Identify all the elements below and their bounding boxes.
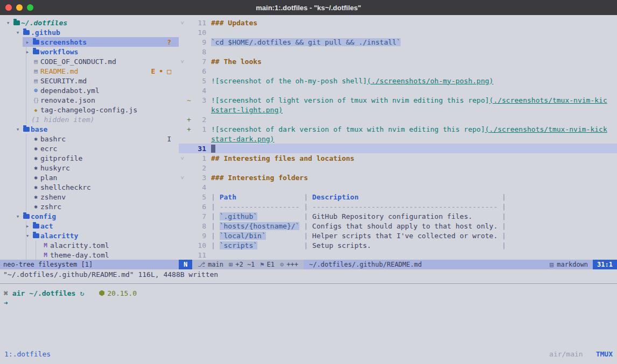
- close-button[interactable]: [5, 4, 12, 11]
- editor-line[interactable]: 6: [179, 66, 617, 76]
- title-bar[interactable]: main:1:.dotfiles - "ks~/.dotfiles": [0, 0, 617, 15]
- syntax-segment: start-dark.png): [211, 135, 274, 143]
- tree-item[interactable]: ▾.github: [0, 27, 179, 37]
- tree-item[interactable]: ▸screenshots?: [0, 37, 179, 47]
- editor-buffer: ˅11### Updates109`cd $HOME/.dotfiles && …: [179, 15, 617, 260]
- tree-item[interactable]: ✱gitprofile: [0, 153, 179, 163]
- tree-item[interactable]: ▾base: [0, 124, 179, 134]
- line-text: ![screenshot of light version of tmux wi…: [206, 96, 607, 104]
- neotree-statusline: neo-tree filesystem [1]: [0, 260, 179, 269]
- command-line[interactable]: "~/.dotfiles/.github/README.md" 116L, 44…: [0, 269, 617, 279]
- tree-item[interactable]: ✱zshenv: [0, 192, 179, 202]
- tree-item[interactable]: ▾alacritty: [0, 231, 179, 240]
- tree-item[interactable]: (1 hidden item): [0, 115, 179, 124]
- editor-line[interactable]: ˅11### Updates: [179, 18, 617, 27]
- git-branch[interactable]: ⎇ main: [198, 261, 223, 268]
- status-row: neo-tree filesystem [1] N ⎇ main ⊞ +2 ~1…: [0, 260, 617, 269]
- zoom-button[interactable]: [27, 4, 33, 11]
- fold-icon[interactable]: ˅: [179, 19, 186, 26]
- syntax-segment: |: [299, 203, 312, 211]
- syntax-segment: ----------------------------------------…: [312, 203, 497, 211]
- tree-item-label: README.md: [40, 67, 78, 75]
- tree-item[interactable]: ⊚dependabot.yml: [0, 85, 179, 95]
- tree-item-label: plan: [40, 174, 57, 182]
- tree-item[interactable]: ✱huskyrc: [0, 163, 179, 173]
- folder-icon: [22, 214, 31, 219]
- editor-line[interactable]: ˅3### Interesting folders: [179, 173, 617, 182]
- editor-line[interactable]: 8: [179, 47, 617, 56]
- tree-item[interactable]: Malacritty.toml: [0, 240, 179, 250]
- line-number: 3: [192, 174, 206, 182]
- line-number: 5: [192, 77, 206, 85]
- line-text: | `local/bin` | Helper scripts that I've…: [206, 232, 506, 240]
- yml-file-icon: ⊚: [31, 87, 40, 94]
- editor-line[interactable]: 4: [179, 182, 617, 192]
- editor-line[interactable]: 5| Path | Description |: [179, 192, 617, 202]
- tree-item[interactable]: ✱ecrc: [0, 144, 179, 153]
- fold-icon[interactable]: ˅: [179, 58, 186, 65]
- fold-icon[interactable]: ˅: [179, 155, 186, 162]
- editor-line[interactable]: 10: [179, 27, 617, 37]
- editor-line[interactable]: 2: [179, 163, 617, 173]
- chevron-down-icon[interactable]: ▾: [14, 29, 22, 36]
- editor-line[interactable]: ˅1## Interesting files and locations: [179, 153, 617, 163]
- tree-item[interactable]: {}renovate.json: [0, 95, 179, 105]
- editor-line[interactable]: 8| `hosts/{hostname}/` | Configs that sh…: [179, 221, 617, 231]
- extra-text: +++: [286, 261, 298, 268]
- editor-line[interactable]: 4: [179, 85, 617, 95]
- tree-item[interactable]: ▤CODE_OF_CONDUCT.md: [0, 56, 179, 66]
- window-controls: [5, 4, 33, 11]
- tree-item[interactable]: ▸workflows: [0, 47, 179, 56]
- editor-line[interactable]: +2: [179, 115, 617, 124]
- editor-line[interactable]: ˅7## The looks: [179, 56, 617, 66]
- tree-item[interactable]: ✱plan: [0, 173, 179, 182]
- diagnostics[interactable]: ⚑ E1: [260, 261, 275, 268]
- editor-line[interactable]: 9`cd $HOME/.dotfiles && git pull && ./in…: [179, 37, 617, 47]
- fold-icon[interactable]: ˅: [179, 174, 186, 181]
- folder-shape: [23, 127, 30, 132]
- tree-item[interactable]: ✱zshrc: [0, 202, 179, 211]
- editor-line[interactable]: kstart-light.png): [179, 105, 617, 115]
- tree-item[interactable]: ▤README.mdE•□: [0, 66, 179, 76]
- chevron-right-icon[interactable]: ▸: [24, 48, 31, 55]
- tree-item[interactable]: ▸act: [0, 221, 179, 231]
- editor-line[interactable]: 10| `scripts` | Setup scripts. |: [179, 240, 617, 250]
- tmux-window-tab[interactable]: 1:.dotfiles: [4, 350, 51, 358]
- statusline: N ⎇ main ⊞ +2 ~1 ⚑ E1 ⊙: [179, 260, 617, 269]
- editor-line[interactable]: ~3![screenshot of light version of tmux …: [179, 95, 617, 105]
- chevron-down-icon[interactable]: ▾: [24, 232, 31, 239]
- line-number: 9: [192, 232, 206, 240]
- chevron-right-icon[interactable]: ▸: [24, 223, 31, 230]
- tmux-status-bar: 1:.dotfiles air/main TMUX: [0, 349, 617, 359]
- minimize-button[interactable]: [16, 4, 23, 11]
- syntax-segment: |: [497, 203, 506, 211]
- tree-item[interactable]: ▤SECURITY.md: [0, 76, 179, 85]
- chevron-down-icon[interactable]: ▾: [14, 126, 22, 133]
- tree-item[interactable]: ▾~/.dotfiles: [0, 18, 179, 27]
- shell-pane[interactable]: ⌘ air ~/.dotfiles ↻ 20.15.0 ➜: [0, 288, 617, 308]
- editor-line[interactable]: 6| ------------------- | ---------------…: [179, 202, 617, 211]
- tree-item[interactable]: ▾config: [0, 211, 179, 221]
- tree-item[interactable]: ✱bashrcI: [0, 134, 179, 144]
- editor-line[interactable]: 11: [179, 250, 617, 260]
- chevron-right-icon[interactable]: ▸: [24, 39, 31, 46]
- tree-item[interactable]: ✱shellcheckrc: [0, 182, 179, 192]
- tmux-pane-divider[interactable]: [0, 283, 617, 284]
- chevron-down-icon[interactable]: ▾: [14, 213, 22, 220]
- editor-line[interactable]: +1![screenshot of dark version of tmux w…: [179, 124, 617, 134]
- syntax-segment: ![screenshot of light version of tmux wi…: [211, 96, 489, 104]
- editor-line[interactable]: 5![screenshot of the oh-my-posh shell](.…: [179, 76, 617, 85]
- tree-item[interactable]: Mtheme-day.toml: [0, 250, 179, 260]
- tree-item-label: tag-changelog-config.js: [40, 106, 137, 114]
- syntax-segment: ## Interesting files and locations: [211, 154, 354, 162]
- shell-file-icon: ✱: [31, 145, 40, 152]
- syntax-segment: (./screenshots/oh-my-posh.png): [367, 77, 494, 85]
- prompt-input-line[interactable]: ➜: [0, 298, 617, 308]
- editor-line[interactable]: 31: [179, 144, 617, 153]
- editor-line[interactable]: start-dark.png): [179, 134, 617, 144]
- editor-line[interactable]: 9| `local/bin` | Helper scripts that I'v…: [179, 231, 617, 240]
- chevron-down-icon[interactable]: ▾: [4, 19, 12, 26]
- diff-icon: ⊞: [229, 261, 233, 268]
- editor-line[interactable]: 7| `.github` | GitHub Repository configu…: [179, 211, 617, 221]
- tree-item[interactable]: ◆tag-changelog-config.js: [0, 105, 179, 115]
